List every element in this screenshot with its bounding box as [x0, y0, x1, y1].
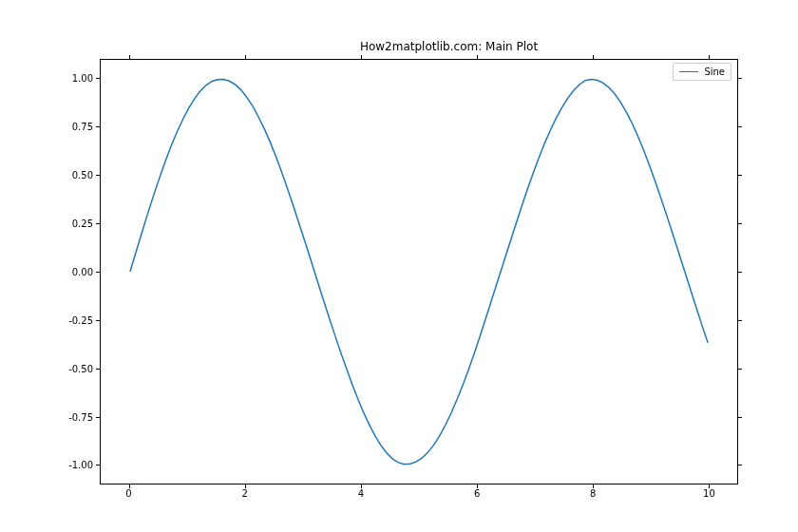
ytick-label: 1.00: [72, 73, 93, 84]
xtick-mark: [593, 484, 594, 488]
xtick-mark: [129, 484, 130, 488]
ytick-label: 0.25: [72, 218, 93, 228]
ytick-label: 0.50: [72, 170, 93, 180]
xtick-mark: [477, 484, 478, 488]
ytick-label: 0.00: [72, 266, 93, 276]
ytick-label: -0.50: [68, 363, 93, 373]
series-sine: [130, 79, 708, 464]
legend-line-icon: [679, 71, 698, 72]
figure: How2matplotlib.com: Main Plot -1.00 -0.7…: [0, 0, 798, 532]
plot-area: [100, 59, 738, 484]
ytick-mark: [738, 272, 742, 273]
xtick-label: 4: [358, 488, 364, 499]
xtick-mark: [245, 484, 246, 488]
ytick-label: -1.00: [68, 460, 93, 470]
ytick-mark: [738, 465, 742, 466]
ytick-label: 0.75: [72, 122, 93, 132]
plot-svg: [101, 60, 737, 484]
xtick-label: 8: [590, 488, 596, 499]
chart-title-wrap: How2matplotlib.com: Main Plot: [0, 40, 798, 53]
ytick-mark: [738, 126, 742, 127]
ytick-label: -0.25: [68, 314, 93, 325]
xtick-label: 2: [242, 488, 248, 499]
ytick-mark: [738, 369, 742, 370]
ytick-mark: [738, 78, 742, 79]
chart-title: How2matplotlib.com: Main Plot: [130, 40, 769, 53]
legend-label: Sine: [704, 66, 725, 77]
legend: Sine: [673, 63, 732, 81]
xtick-mark: [709, 484, 710, 488]
xtick-label: 0: [125, 488, 131, 499]
ytick-mark: [738, 223, 742, 224]
xtick-label: 10: [703, 488, 715, 499]
xtick-label: 6: [474, 488, 480, 499]
legend-entry-sine: Sine: [679, 66, 725, 77]
ytick-mark: [738, 320, 742, 321]
ytick-mark: [738, 175, 742, 176]
xtick-mark: [361, 484, 362, 488]
ytick-label: -0.75: [68, 411, 93, 422]
ytick-mark: [738, 417, 742, 418]
